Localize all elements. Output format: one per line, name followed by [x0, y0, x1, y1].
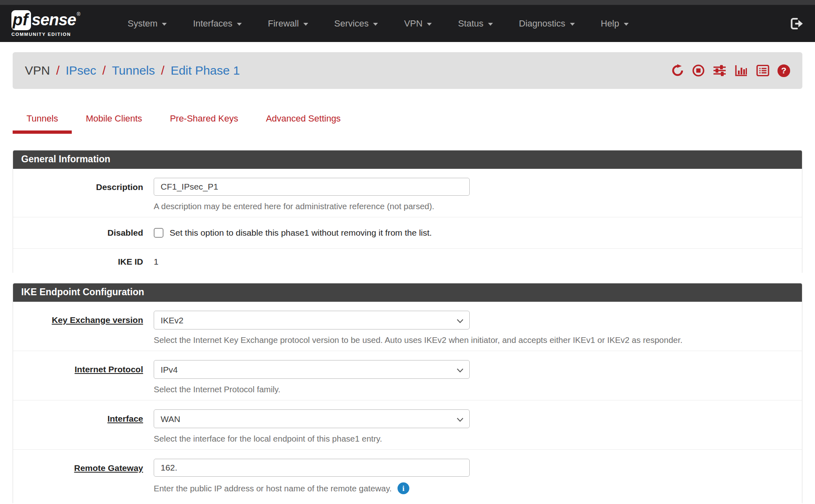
info-icon[interactable]: i — [398, 482, 409, 494]
menu-system[interactable]: System — [128, 18, 167, 29]
remote-gateway-label: Remote Gateway — [13, 459, 154, 494]
top-navbar: pf sense ® COMMUNITY EDITION System Inte… — [0, 0, 815, 42]
menu-firewall-label: Firewall — [268, 18, 299, 29]
menu-vpn-label: VPN — [404, 18, 422, 29]
description-help: A description may be entered here for ad… — [154, 201, 802, 211]
description-row: Description A description may be entered… — [13, 169, 802, 217]
ike-id-label: IKE ID — [13, 257, 154, 267]
ike-id-row: IKE ID 1 — [13, 249, 802, 274]
tab-pre-shared-keys[interactable]: Pre-Shared Keys — [156, 113, 252, 134]
remote-gateway-row: Remote Gateway Enter the public IP addre… — [13, 450, 802, 504]
breadcrumb-separator: / — [161, 64, 164, 77]
tab-tunnels[interactable]: Tunnels — [13, 113, 72, 134]
tab-advanced-settings[interactable]: Advanced Settings — [252, 113, 354, 134]
disabled-label: Disabled — [13, 228, 154, 238]
chevron-down-icon — [237, 23, 242, 26]
bar-chart-icon[interactable] — [734, 64, 748, 77]
key-exchange-label: Key Exchange version — [13, 311, 154, 345]
community-edition-label: COMMUNITY EDITION — [11, 32, 80, 37]
chevron-down-icon — [303, 23, 308, 26]
breadcrumb-section: VPN — [25, 64, 50, 77]
menu-firewall[interactable]: Firewall — [268, 18, 308, 29]
tab-mobile-clients[interactable]: Mobile Clients — [72, 113, 156, 134]
refresh-icon[interactable] — [671, 64, 684, 77]
internet-protocol-help: Select the Internet Protocol family. — [154, 385, 802, 394]
chevron-down-icon — [373, 23, 378, 26]
breadcrumb-separator: / — [102, 64, 106, 77]
remote-gateway-control: Enter the public IP address or host name… — [154, 459, 802, 494]
disabled-checkbox-line: Set this option to disable this phase1 w… — [154, 228, 802, 238]
sign-out-icon[interactable] — [791, 18, 804, 30]
interface-row: Interface WAN Select the interface for t… — [13, 400, 802, 450]
menu-services[interactable]: Services — [334, 18, 378, 29]
menu-status-label: Status — [458, 18, 483, 29]
interface-help: Select the interface for the local endpo… — [154, 434, 802, 444]
chevron-down-icon — [488, 23, 493, 26]
ike-endpoint-body: Key Exchange version IKEv2 Select the In… — [13, 302, 802, 504]
chevron-down-icon — [624, 23, 629, 26]
interface-label: Interface — [13, 409, 154, 444]
internet-protocol-control: IPv4 Select the Internet Protocol family… — [154, 360, 802, 394]
disabled-checkbox[interactable] — [154, 228, 163, 238]
internet-protocol-select-wrap: IPv4 — [154, 360, 470, 379]
pfsense-logo-pf: pf — [11, 10, 31, 30]
pfsense-logo-sense: sense — [32, 10, 76, 28]
pfsense-logo-row: pf sense ® — [11, 10, 80, 30]
breadcrumb-link-tunnels[interactable]: Tunnels — [112, 64, 155, 77]
chevron-down-icon — [162, 23, 167, 26]
breadcrumb-separator: / — [56, 64, 60, 77]
interface-select-wrap: WAN — [154, 409, 470, 428]
list-icon[interactable] — [756, 64, 770, 77]
disabled-checkbox-label: Set this option to disable this phase1 w… — [170, 228, 432, 238]
menu-diagnostics-label: Diagnostics — [519, 18, 565, 29]
general-information-body: Description A description may be entered… — [13, 169, 802, 274]
internet-protocol-select[interactable]: IPv4 — [154, 360, 470, 379]
key-exchange-control: IKEv2 Select the Internet Key Exchange p… — [154, 311, 802, 345]
key-exchange-help: Select the Internet Key Exchange protoco… — [154, 335, 802, 345]
menu-help-label: Help — [601, 18, 619, 29]
help-icon[interactable]: ? — [777, 64, 790, 77]
ike-id-control: 1 — [154, 257, 802, 267]
pfsense-logo[interactable]: pf sense ® COMMUNITY EDITION — [11, 10, 80, 37]
chevron-down-icon — [427, 23, 432, 26]
general-information-panel: General Information Description A descri… — [13, 150, 802, 274]
menu-services-label: Services — [334, 18, 369, 29]
interface-control: WAN Select the interface for the local e… — [154, 409, 802, 444]
chevron-down-icon — [570, 23, 575, 26]
remote-gateway-input[interactable] — [154, 459, 470, 477]
description-input[interactable] — [154, 178, 470, 196]
breadcrumb: VPN / IPsec / Tunnels / Edit Phase 1 — [13, 52, 802, 89]
disabled-row: Disabled Set this option to disable this… — [13, 217, 802, 249]
main-menu: System Interfaces Firewall Services VPN … — [128, 18, 774, 29]
internet-protocol-row: Internet Protocol IPv4 Select the Intern… — [13, 351, 802, 400]
breadcrumb-link-ipsec[interactable]: IPsec — [66, 64, 96, 77]
menu-interfaces-label: Interfaces — [193, 18, 232, 29]
ike-endpoint-header: IKE Endpoint Configuration — [13, 283, 802, 302]
breadcrumb-actions: ? — [671, 64, 790, 77]
remote-gateway-help-text: Enter the public IP address or host name… — [154, 484, 392, 493]
menu-diagnostics[interactable]: Diagnostics — [519, 18, 575, 29]
description-label: Description — [13, 178, 154, 211]
menu-help[interactable]: Help — [601, 18, 629, 29]
menu-system-label: System — [128, 18, 157, 29]
key-exchange-select[interactable]: IKEv2 — [154, 311, 470, 329]
registered-mark: ® — [77, 10, 80, 17]
general-information-header: General Information — [13, 150, 802, 169]
menu-interfaces[interactable]: Interfaces — [193, 18, 242, 29]
ike-endpoint-panel: IKE Endpoint Configuration Key Exchange … — [13, 283, 802, 504]
sliders-icon[interactable] — [713, 64, 727, 77]
internet-protocol-label: Internet Protocol — [13, 360, 154, 394]
key-exchange-row: Key Exchange version IKEv2 Select the In… — [13, 302, 802, 351]
remote-gateway-help: Enter the public IP address or host name… — [154, 482, 802, 494]
menu-vpn[interactable]: VPN — [404, 18, 432, 29]
menu-status[interactable]: Status — [458, 18, 493, 29]
interface-select[interactable]: WAN — [154, 409, 470, 428]
breadcrumb-link-edit-phase1[interactable]: Edit Phase 1 — [170, 64, 240, 77]
tab-bar: Tunnels Mobile Clients Pre-Shared Keys A… — [13, 113, 802, 134]
ike-id-value: 1 — [154, 257, 159, 266]
disabled-control: Set this option to disable this phase1 w… — [154, 228, 802, 238]
description-control: A description may be entered here for ad… — [154, 178, 802, 211]
key-exchange-select-wrap: IKEv2 — [154, 311, 470, 329]
stop-circle-icon[interactable] — [692, 64, 705, 77]
